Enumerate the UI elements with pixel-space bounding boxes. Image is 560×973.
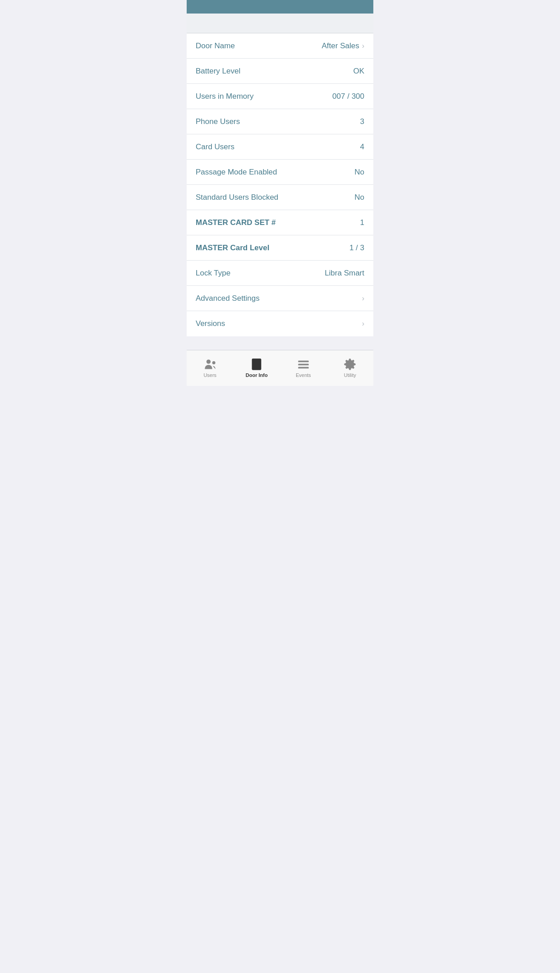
chevron-icon-door-name: › bbox=[362, 42, 364, 50]
events-icon bbox=[297, 358, 310, 371]
value-text-standard-users-blocked: No bbox=[354, 193, 364, 202]
info-list: Door NameAfter Sales›Battery LevelOKUser… bbox=[187, 33, 373, 336]
value-master-card-set: 1 bbox=[360, 218, 364, 227]
tab-events[interactable]: Events bbox=[280, 350, 327, 386]
value-text-users-in-memory: 007 / 300 bbox=[332, 92, 364, 101]
value-text-passage-mode: No bbox=[354, 168, 364, 177]
value-advanced-settings: › bbox=[362, 294, 364, 303]
label-lock-type: Lock Type bbox=[196, 269, 230, 278]
spacer bbox=[187, 336, 373, 350]
status-bar bbox=[187, 0, 373, 14]
value-phone-users: 3 bbox=[360, 117, 364, 126]
svg-point-3 bbox=[257, 363, 259, 365]
content-area: Door NameAfter Sales›Battery LevelOKUser… bbox=[187, 33, 373, 336]
svg-rect-6 bbox=[298, 367, 308, 368]
row-card-users: Card Users4 bbox=[187, 134, 373, 160]
value-text-battery-level: OK bbox=[353, 67, 364, 76]
tab-utility[interactable]: Utility bbox=[327, 350, 374, 386]
value-users-in-memory: 007 / 300 bbox=[332, 92, 364, 101]
value-door-name: After Sales› bbox=[322, 41, 364, 50]
label-users-in-memory: Users in Memory bbox=[196, 92, 253, 101]
svg-point-1 bbox=[212, 361, 215, 364]
value-lock-type: Libra Smart bbox=[325, 269, 364, 278]
value-text-master-card-level: 1 / 3 bbox=[349, 243, 364, 252]
row-master-card-set: MASTER CARD SET #1 bbox=[187, 210, 373, 235]
label-battery-level: Battery Level bbox=[196, 67, 240, 76]
svg-rect-5 bbox=[298, 363, 308, 365]
value-text-door-name: After Sales bbox=[322, 41, 359, 50]
value-passage-mode: No bbox=[354, 168, 364, 177]
tab-bar: Users Door Info Events Utility bbox=[187, 350, 373, 386]
row-lock-type: Lock TypeLibra Smart bbox=[187, 261, 373, 286]
label-master-card-level: MASTER Card Level bbox=[196, 243, 269, 252]
value-master-card-level: 1 / 3 bbox=[349, 243, 364, 252]
value-text-phone-users: 3 bbox=[360, 117, 364, 126]
svg-rect-2 bbox=[252, 359, 261, 369]
label-versions: Versions bbox=[196, 319, 225, 328]
value-text-lock-type: Libra Smart bbox=[325, 269, 364, 278]
row-door-name[interactable]: Door NameAfter Sales› bbox=[187, 33, 373, 59]
label-standard-users-blocked: Standard Users Blocked bbox=[196, 193, 278, 202]
row-master-card-level: MASTER Card Level1 / 3 bbox=[187, 235, 373, 261]
label-card-users: Card Users bbox=[196, 142, 234, 151]
value-text-card-users: 4 bbox=[360, 142, 364, 151]
value-battery-level: OK bbox=[353, 67, 364, 76]
chevron-icon-versions: › bbox=[362, 320, 364, 328]
users-icon bbox=[204, 358, 216, 371]
tab-label-events: Events bbox=[296, 372, 311, 378]
tab-door-info[interactable]: Door Info bbox=[234, 350, 280, 386]
tab-label-users: Users bbox=[203, 372, 216, 378]
value-standard-users-blocked: No bbox=[354, 193, 364, 202]
value-versions: › bbox=[362, 320, 364, 328]
tab-label-utility: Utility bbox=[344, 372, 356, 378]
row-passage-mode: Passage Mode EnabledNo bbox=[187, 160, 373, 185]
row-versions[interactable]: Versions› bbox=[187, 311, 373, 336]
value-text-master-card-set: 1 bbox=[360, 218, 364, 227]
tab-label-door-info: Door Info bbox=[246, 372, 268, 378]
nav-bar bbox=[187, 14, 373, 33]
tab-users[interactable]: Users bbox=[187, 350, 234, 386]
door-info-icon bbox=[250, 358, 263, 371]
row-battery-level: Battery LevelOK bbox=[187, 59, 373, 84]
utility-icon bbox=[344, 358, 356, 371]
label-passage-mode: Passage Mode Enabled bbox=[196, 168, 277, 177]
svg-rect-4 bbox=[298, 360, 308, 362]
label-advanced-settings: Advanced Settings bbox=[196, 294, 260, 303]
row-phone-users: Phone Users3 bbox=[187, 109, 373, 134]
value-card-users: 4 bbox=[360, 142, 364, 151]
row-users-in-memory: Users in Memory007 / 300 bbox=[187, 84, 373, 109]
label-door-name: Door Name bbox=[196, 41, 235, 50]
row-advanced-settings[interactable]: Advanced Settings› bbox=[187, 286, 373, 311]
svg-point-0 bbox=[207, 359, 211, 363]
chevron-icon-advanced-settings: › bbox=[362, 294, 364, 303]
label-phone-users: Phone Users bbox=[196, 117, 240, 126]
row-standard-users-blocked: Standard Users BlockedNo bbox=[187, 185, 373, 210]
label-master-card-set: MASTER CARD SET # bbox=[196, 218, 276, 227]
